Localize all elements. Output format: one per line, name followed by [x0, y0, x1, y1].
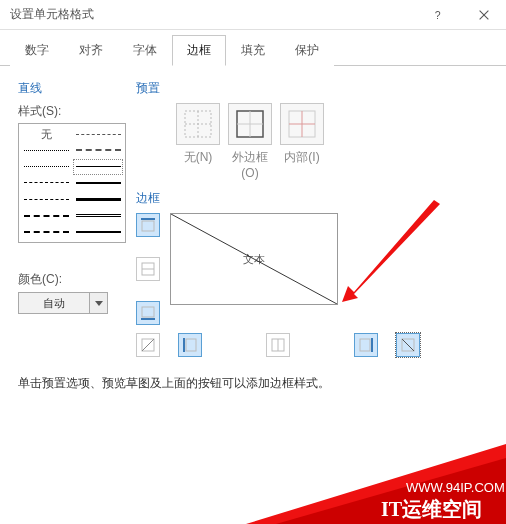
svg-rect-14 [142, 221, 154, 231]
svg-line-21 [142, 339, 154, 351]
preset-inner-label: 内部(I) [280, 149, 324, 180]
line-style-dash2[interactable] [21, 191, 71, 207]
border-left-button[interactable] [178, 333, 202, 357]
chevron-down-icon[interactable] [90, 292, 108, 314]
line-style-dashdot[interactable] [73, 126, 123, 142]
tab-align[interactable]: 对齐 [64, 35, 118, 66]
svg-rect-26 [360, 339, 370, 351]
tab-border[interactable]: 边框 [172, 35, 226, 66]
line-style-dash[interactable] [21, 175, 71, 191]
color-select[interactable]: 自动 [18, 292, 126, 314]
line-style-dot[interactable] [21, 142, 71, 158]
svg-marker-3 [95, 301, 103, 306]
line-style-dot2[interactable] [21, 159, 71, 175]
svg-text:?: ? [434, 8, 440, 20]
line-style-dash3[interactable] [21, 207, 71, 223]
style-label: 样式(S): [18, 103, 126, 120]
line-style-list[interactable]: 无 [18, 123, 126, 243]
line-style-dashdot2[interactable] [73, 142, 123, 158]
preset-none[interactable] [176, 103, 220, 145]
preset-outer-label: 外边框(O) [228, 149, 272, 180]
watermark-brand: IT运维空间 [381, 498, 482, 520]
svg-rect-17 [142, 307, 154, 317]
preset-section-label: 预置 [136, 80, 488, 97]
border-diag-down-button[interactable] [396, 333, 420, 357]
color-value: 自动 [18, 292, 90, 314]
line-style-solid3[interactable] [73, 191, 123, 207]
help-button[interactable]: ? [416, 0, 461, 30]
tab-number[interactable]: 数字 [10, 35, 64, 66]
border-preview[interactable]: 文本 [170, 213, 338, 305]
preset-outer[interactable] [228, 103, 272, 145]
border-section-label: 边框 [136, 190, 488, 207]
window-title: 设置单元格格式 [10, 6, 416, 23]
border-middle-v-button[interactable] [266, 333, 290, 357]
line-style-double[interactable] [73, 207, 123, 223]
line-style-dash4[interactable] [21, 224, 71, 240]
svg-line-29 [402, 339, 414, 351]
color-label: 颜色(C): [18, 271, 126, 288]
border-diag-up-button[interactable] [136, 333, 160, 357]
line-style-solid4[interactable] [73, 224, 123, 240]
tab-fill[interactable]: 填充 [226, 35, 280, 66]
border-right-button[interactable] [354, 333, 378, 357]
tab-protect[interactable]: 保护 [280, 35, 334, 66]
border-bottom-button[interactable] [136, 301, 160, 325]
tab-font[interactable]: 字体 [118, 35, 172, 66]
hint-text: 单击预置选项、预览草图及上面的按钮可以添加边框样式。 [18, 375, 488, 392]
watermark: WWW.94IP.COM IT运维空间 [246, 444, 506, 524]
preset-none-label: 无(N) [176, 149, 220, 180]
tabs-bar: 数字 对齐 字体 边框 填充 保护 [0, 30, 506, 66]
watermark-url: WWW.94IP.COM [406, 480, 505, 495]
line-section-label: 直线 [18, 80, 126, 97]
border-top-button[interactable] [136, 213, 160, 237]
line-style-solid1[interactable] [73, 159, 123, 175]
svg-rect-23 [186, 339, 196, 351]
border-middle-h-button[interactable] [136, 257, 160, 281]
close-button[interactable] [461, 0, 506, 30]
line-style-solid2[interactable] [73, 175, 123, 191]
line-style-none[interactable]: 无 [21, 126, 71, 142]
svg-line-19 [171, 214, 337, 304]
preset-inner[interactable] [280, 103, 324, 145]
